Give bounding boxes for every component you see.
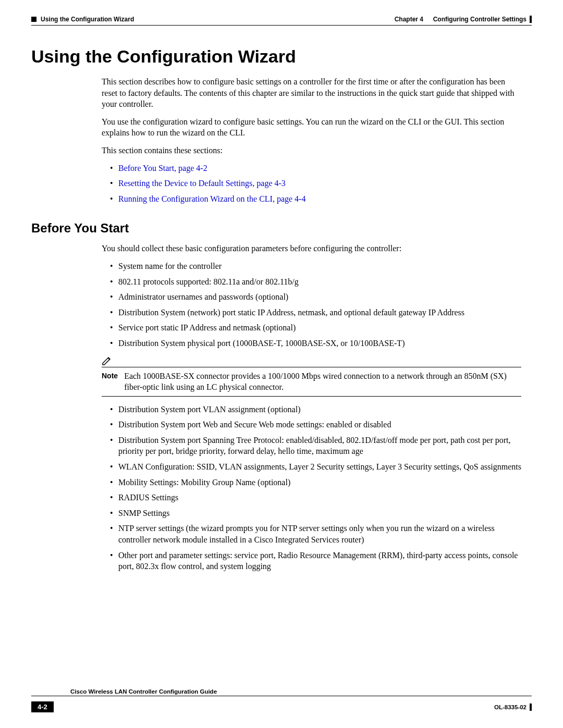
list-item: Administrator usernames and passwords (o… (110, 291, 521, 303)
note-text: Each 1000BASE-SX connector provides a 10… (124, 371, 521, 393)
list-item: Other port and parameter settings: servi… (110, 550, 521, 572)
bar-marker-icon (530, 16, 532, 23)
running-footer: Cisco Wireless LAN Controller Configurat… (31, 688, 532, 712)
running-header: Using the Configuration Wizard Chapter 4… (31, 16, 532, 23)
list-item: NTP server settings (the wizard prompts … (110, 523, 521, 545)
footer-guide-title: Cisco Wireless LAN Controller Configurat… (70, 688, 217, 695)
intro-para-2: You use the configuration wizard to conf… (102, 116, 521, 139)
list-item: Distribution System port Web and Secure … (110, 419, 521, 430)
footer-rule (31, 696, 532, 696)
header-rule (31, 25, 532, 26)
list-item: Distribution System port Spanning Tree P… (110, 435, 521, 457)
list-item: Distribution System (network) port stati… (110, 307, 521, 318)
header-section-text: Using the Configuration Wizard (41, 16, 134, 23)
bys-list-bottom: Distribution System port VLAN assignment… (102, 404, 521, 572)
page-number: 4-2 (31, 701, 54, 712)
square-marker-icon (31, 17, 36, 22)
header-chapter-title: Configuring Controller Settings (433, 16, 527, 23)
note-rule-top (102, 367, 521, 367)
page-title: Using the Configuration Wizard (31, 46, 532, 67)
list-item: System name for the controller (110, 261, 521, 272)
toc-link[interactable]: Running the Configuration Wizard on the … (118, 194, 305, 203)
header-left: Using the Configuration Wizard (31, 16, 134, 23)
toc-list: Before You Start, page 4-2 Resetting the… (102, 163, 521, 205)
list-item: Distribution System port VLAN assignment… (110, 404, 521, 415)
toc-link[interactable]: Before You Start, page 4-2 (118, 164, 207, 172)
list-item: Service port static IP Address and netma… (110, 322, 521, 334)
header-right: Chapter 4 Configuring Controller Setting… (395, 16, 532, 23)
bar-marker-icon (530, 704, 532, 711)
toc-link[interactable]: Resetting the Device to Default Settings… (118, 179, 286, 188)
list-item: RADIUS Settings (110, 492, 521, 503)
note-rule-bottom (102, 396, 521, 397)
intro-section: This section describes how to configure … (102, 76, 521, 204)
list-item: WLAN Configuration: SSID, VLAN assignmen… (110, 461, 521, 473)
section-heading-before-you-start: Before You Start (31, 221, 532, 236)
intro-para-3: This section contains these sections: (102, 145, 521, 156)
bys-intro: You should collect these basic configura… (102, 243, 521, 254)
note-block: Note Each 1000BASE-SX connector provides… (102, 355, 521, 397)
before-you-start-section: You should collect these basic configura… (102, 243, 521, 572)
intro-para-1: This section describes how to configure … (102, 76, 521, 110)
note-label: Note (102, 371, 118, 393)
note-pencil-icon (102, 355, 112, 366)
footer-doc-id: OL-8335-02 (494, 704, 527, 710)
list-item: Mobility Settings: Mobility Group Name (… (110, 477, 521, 488)
list-item: SNMP Settings (110, 508, 521, 519)
list-item: 802.11 protocols supported: 802.11a and/… (110, 276, 521, 288)
header-chapter-label: Chapter 4 (395, 16, 423, 23)
bys-list-top: System name for the controller 802.11 pr… (102, 261, 521, 349)
list-item: Distribution System physical port (1000B… (110, 338, 521, 349)
